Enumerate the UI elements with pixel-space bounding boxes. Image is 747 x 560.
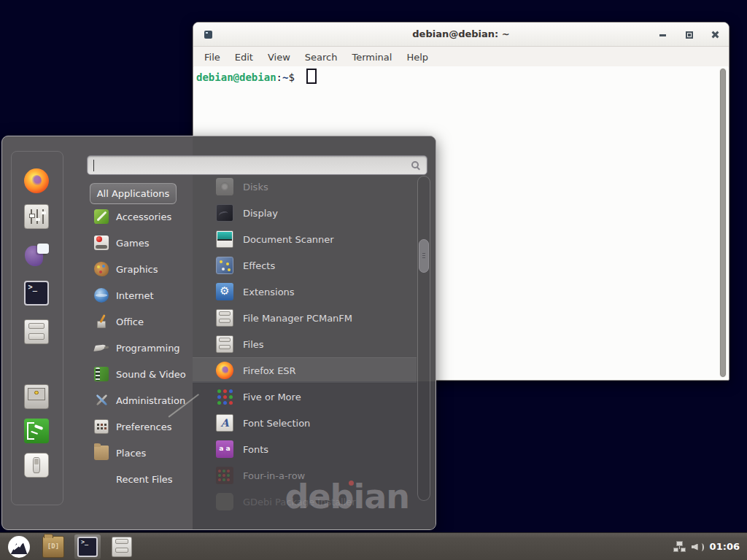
app-item-font-selection[interactable]: Font Selection bbox=[193, 410, 417, 436]
file-cabinet-icon bbox=[24, 319, 49, 344]
app-item-disks[interactable]: Disks bbox=[193, 174, 417, 200]
app-item-files[interactable]: Files bbox=[193, 331, 417, 357]
office-icon bbox=[94, 314, 109, 329]
category-item-accessories[interactable]: Accessories bbox=[90, 203, 193, 230]
app-label: Effects bbox=[243, 260, 275, 271]
network-tray-icon[interactable] bbox=[673, 542, 686, 552]
maximize-button[interactable] bbox=[686, 31, 693, 39]
app-item-five-or-more[interactable]: Five or More bbox=[193, 384, 417, 410]
app-item-four-in-a-row[interactable]: Four-in-a-row bbox=[193, 462, 417, 489]
app-list: DisksDisplayDocument ScannerEffectsExten… bbox=[193, 174, 417, 529]
apps-pane: debian DisksDisplayDocument ScannerEffec… bbox=[193, 136, 436, 529]
favorite-firefox[interactable] bbox=[24, 168, 49, 193]
category-label: Office bbox=[116, 316, 144, 327]
places-icon bbox=[94, 446, 109, 460]
app-item-gdebi-package-installer[interactable]: GDebi Package Installer bbox=[193, 489, 417, 515]
menubar-item-file[interactable]: File bbox=[197, 50, 228, 65]
document-scanner-icon bbox=[216, 230, 233, 248]
app-list-scrollbar[interactable] bbox=[417, 176, 430, 501]
app-item-document-scanner[interactable]: Document Scanner bbox=[193, 226, 417, 252]
app-item-file-manager-pcmanfm[interactable]: File Manager PCManFM bbox=[193, 305, 417, 331]
prompt-symbol: $ bbox=[288, 71, 301, 83]
category-item-places[interactable]: Places bbox=[90, 440, 193, 466]
menubar-item-edit[interactable]: Edit bbox=[228, 50, 260, 65]
terminal-menubar: FileEditViewSearchTerminalHelp bbox=[193, 47, 729, 67]
search-box[interactable] bbox=[87, 155, 427, 175]
lock-screen-icon bbox=[24, 384, 49, 409]
prompt-user-host: debian@debian bbox=[196, 71, 276, 83]
favorite-shut-down[interactable] bbox=[24, 453, 49, 478]
category-item-games[interactable]: Games bbox=[90, 230, 193, 256]
terminal-scrollbar-thumb[interactable] bbox=[720, 69, 726, 377]
category-item-programming[interactable]: Programming bbox=[90, 335, 193, 361]
taskbar: 01:06 bbox=[0, 532, 747, 560]
category-item-preferences[interactable]: Preferences bbox=[90, 413, 193, 440]
menubar-item-terminal[interactable]: Terminal bbox=[344, 50, 399, 65]
file-cabinet-icon bbox=[216, 335, 233, 353]
app-item-firefox-esr[interactable]: Firefox ESR bbox=[193, 357, 417, 384]
app-label: Disks bbox=[243, 182, 268, 192]
favorite-file-manager[interactable] bbox=[24, 319, 49, 344]
taskbar-launcher-files[interactable] bbox=[109, 534, 135, 559]
app-list-scrollbar-thumb[interactable] bbox=[419, 239, 429, 273]
volume-tray-icon[interactable] bbox=[692, 542, 704, 552]
app-item-display[interactable]: Display bbox=[193, 200, 417, 226]
shutdown-icon bbox=[24, 453, 49, 478]
extensions-icon bbox=[216, 283, 233, 300]
accessories-icon bbox=[94, 209, 109, 224]
firefox-icon bbox=[24, 168, 49, 193]
category-label: Games bbox=[116, 238, 149, 249]
close-button[interactable] bbox=[711, 31, 719, 39]
sound-video-icon bbox=[94, 367, 109, 381]
favorite-pidgin[interactable] bbox=[24, 242, 49, 267]
category-item-internet[interactable]: Internet bbox=[90, 282, 193, 308]
firefox-icon bbox=[216, 362, 233, 379]
category-label: Programming bbox=[116, 343, 180, 354]
app-label: Font Selection bbox=[243, 418, 310, 429]
app-item-fonts[interactable]: Fonts bbox=[193, 436, 417, 462]
app-item-extensions[interactable]: Extensions bbox=[193, 279, 417, 305]
folder-tan-icon bbox=[42, 536, 64, 558]
all-applications-button[interactable]: All Applications bbox=[90, 183, 177, 204]
app-label: Display bbox=[243, 208, 278, 219]
menubar-item-help[interactable]: Help bbox=[399, 50, 436, 65]
minimize-button[interactable] bbox=[659, 34, 666, 36]
category-label: Accessories bbox=[116, 211, 171, 222]
category-item-sound-video[interactable]: Sound & Video bbox=[90, 361, 193, 387]
app-label: Fonts bbox=[243, 444, 268, 455]
favorites-column bbox=[11, 151, 63, 505]
preferences-icon bbox=[94, 419, 109, 434]
app-label: Document Scanner bbox=[243, 234, 334, 245]
logout-icon bbox=[24, 419, 49, 443]
pidgin-icon bbox=[24, 242, 49, 267]
desktop: debian@debian: ~ FileEditViewSearchTermi… bbox=[0, 0, 747, 560]
app-label: Firefox ESR bbox=[243, 365, 296, 376]
category-item-office[interactable]: Office bbox=[90, 308, 193, 335]
terminal-scrollbar[interactable] bbox=[719, 68, 727, 378]
prompt-colon: : bbox=[276, 71, 282, 83]
category-item-graphics[interactable]: Graphics bbox=[90, 256, 193, 282]
search-input[interactable] bbox=[88, 156, 427, 174]
menubar-item-search[interactable]: Search bbox=[298, 50, 345, 65]
app-label: Files bbox=[243, 339, 264, 350]
favorite-terminal[interactable] bbox=[24, 281, 49, 306]
category-list: AccessoriesGamesGraphicsInternetOfficePr… bbox=[90, 203, 193, 492]
menubar-item-view[interactable]: View bbox=[260, 50, 298, 65]
app-item-effects[interactable]: Effects bbox=[193, 252, 417, 279]
window-title: debian@debian: ~ bbox=[193, 23, 729, 46]
titlebar[interactable]: debian@debian: ~ bbox=[193, 23, 729, 47]
app-label: GDebi Package Installer bbox=[243, 497, 356, 508]
favorite-log-out[interactable] bbox=[24, 419, 49, 443]
favorite-lock-screen[interactable] bbox=[24, 384, 49, 409]
taskbar-launcher-file-manager[interactable] bbox=[40, 534, 66, 559]
app-menu: debian DisksDisplayDocument ScannerEffec… bbox=[1, 136, 436, 530]
taskbar-start-menu-button[interactable] bbox=[6, 534, 32, 559]
search-icon bbox=[411, 161, 419, 168]
fonts-icon bbox=[216, 440, 233, 458]
favorite-settings-mixer[interactable] bbox=[24, 204, 49, 229]
taskbar-window-button-terminal[interactable] bbox=[74, 534, 101, 559]
category-item-recent-files[interactable]: Recent Files bbox=[90, 466, 193, 492]
games-icon bbox=[94, 236, 109, 250]
start-icon bbox=[8, 536, 30, 558]
terminal-dark-icon bbox=[77, 537, 98, 557]
